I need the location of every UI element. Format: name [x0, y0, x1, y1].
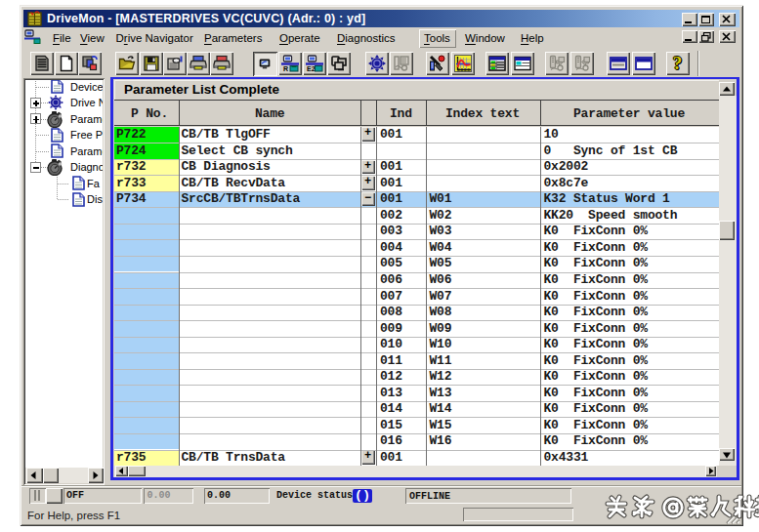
svg-text:R: R — [283, 65, 288, 72]
svg-text:E2: E2 — [307, 65, 316, 72]
